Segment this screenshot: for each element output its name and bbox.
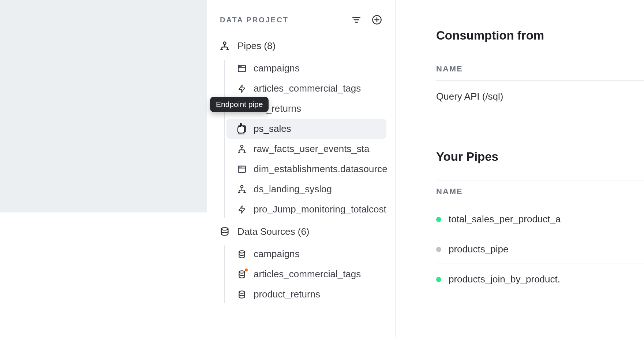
section-data-sources[interactable]: Data Sources (6) bbox=[207, 221, 395, 242]
status-dot-icon bbox=[436, 247, 441, 252]
status-dot-icon bbox=[436, 217, 441, 222]
pipe-item-ds-landing-syslog[interactable]: ds_landing_syslog bbox=[226, 179, 386, 199]
pipe-label: campaigns bbox=[254, 63, 300, 74]
left-background bbox=[0, 0, 207, 212]
pipe-row[interactable]: total_sales_per_product_a bbox=[436, 214, 644, 233]
materialized-icon bbox=[237, 204, 247, 215]
pipe-label: dim_establishments.datasource bbox=[254, 163, 387, 175]
svg-point-33 bbox=[239, 251, 244, 253]
sidebar-actions bbox=[351, 15, 382, 25]
pipe-row[interactable]: products_join_by_product. bbox=[436, 274, 644, 293]
datasource-icon bbox=[237, 269, 247, 279]
tooltip-endpoint-pipe: Endpoint pipe bbox=[210, 97, 269, 112]
pipe-label: raw_facts_user_events_sta bbox=[254, 143, 370, 155]
sidebar-panel: DATA PROJECT Pipes (8) campaigns bbox=[207, 0, 396, 337]
your-pipes-heading: Your Pipes bbox=[436, 150, 644, 164]
source-label: articles_commercial_tags bbox=[254, 269, 361, 280]
sidebar-header: DATA PROJECT bbox=[207, 0, 395, 35]
svg-point-12 bbox=[240, 66, 240, 66]
source-item-product-returns[interactable]: product_returns bbox=[226, 284, 386, 304]
svg-point-35 bbox=[239, 291, 244, 293]
divider bbox=[436, 233, 644, 233]
consumption-row[interactable]: Query API (/sql) bbox=[436, 91, 644, 110]
pipe-item-pro-jump[interactable]: pro_Jump_monitoring_totalcost bbox=[226, 199, 386, 219]
status-dot-icon bbox=[436, 277, 441, 282]
tree-guide-line bbox=[224, 60, 225, 218]
svg-marker-14 bbox=[239, 85, 245, 92]
pipe-row-label: products_join_by_product. bbox=[449, 274, 560, 285]
sources-list: campaigns articles_commercial_tags produ… bbox=[226, 242, 395, 306]
name-column-header: NAME bbox=[436, 181, 644, 203]
pipe-item-dim-establishments[interactable]: dim_establishments.datasource bbox=[226, 159, 386, 179]
consumption-name: Query API (/sql) bbox=[436, 91, 503, 102]
svg-point-26 bbox=[241, 167, 241, 167]
svg-marker-31 bbox=[239, 206, 245, 213]
datasource-icon bbox=[237, 249, 247, 259]
pipe-icon bbox=[237, 184, 247, 195]
pipe-icon bbox=[237, 144, 247, 154]
tree-guide-line bbox=[224, 245, 225, 303]
consumption-heading: Consumption from bbox=[436, 29, 644, 42]
name-column-header: NAME bbox=[436, 58, 644, 81]
badge-dot-icon bbox=[245, 269, 248, 271]
pipe-row-label: total_sales_per_product_a bbox=[449, 214, 561, 225]
pipes-icon bbox=[219, 41, 230, 52]
section-pipes[interactable]: Pipes (8) bbox=[207, 35, 395, 57]
pipe-row-label: products_pipe bbox=[449, 244, 508, 255]
source-item-articles-commercial-tags[interactable]: articles_commercial_tags bbox=[226, 264, 386, 284]
cursor-icon bbox=[236, 123, 247, 135]
svg-point-34 bbox=[239, 271, 244, 273]
right-panel: Consumption from NAME Query API (/sql) Y… bbox=[436, 0, 644, 337]
pipe-row[interactable]: products_pipe bbox=[436, 244, 644, 263]
section-pipes-label: Pipes (8) bbox=[237, 40, 276, 52]
pipe-label: pro_Jump_monitoring_totalcost bbox=[254, 204, 386, 215]
svg-point-13 bbox=[241, 66, 241, 66]
sidebar-title: DATA PROJECT bbox=[220, 16, 289, 24]
endpoint-icon bbox=[237, 63, 247, 74]
database-icon bbox=[219, 226, 230, 237]
divider bbox=[436, 263, 644, 263]
add-icon[interactable] bbox=[372, 15, 382, 25]
pipe-label: ps_sales bbox=[254, 123, 291, 134]
materialized-icon bbox=[237, 84, 247, 94]
pipes-list: campaigns articles_commercial_tags uct_r… bbox=[226, 57, 395, 221]
svg-point-32 bbox=[221, 227, 228, 230]
pipe-label: articles_commercial_tags bbox=[254, 83, 361, 94]
endpoint-icon bbox=[237, 164, 247, 174]
tooltip-label: Endpoint pipe bbox=[216, 100, 263, 108]
source-label: product_returns bbox=[254, 289, 320, 300]
pipe-item-campaigns[interactable]: campaigns bbox=[226, 58, 386, 78]
filter-icon[interactable] bbox=[351, 15, 362, 25]
pipe-item-raw-facts[interactable]: raw_facts_user_events_sta bbox=[226, 139, 386, 159]
pipe-item-articles-commercial-tags[interactable]: articles_commercial_tags bbox=[226, 78, 386, 99]
pipe-item-ps-sales[interactable]: ps_sales bbox=[226, 119, 386, 139]
source-item-campaigns[interactable]: campaigns bbox=[226, 244, 386, 264]
datasource-icon bbox=[237, 289, 247, 300]
pipe-label: ds_landing_syslog bbox=[254, 184, 332, 195]
svg-point-25 bbox=[240, 167, 240, 167]
source-label: campaigns bbox=[254, 248, 300, 260]
section-data-sources-label: Data Sources (6) bbox=[237, 226, 310, 237]
